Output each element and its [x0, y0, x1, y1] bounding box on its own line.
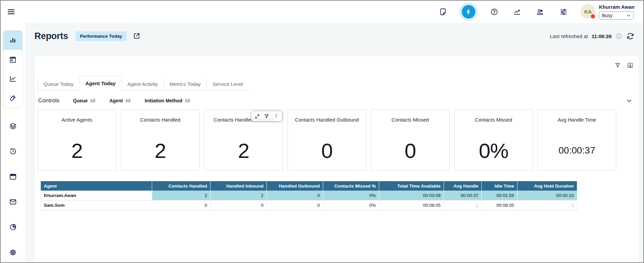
kpi-contacts-missed: Contacts Missed 0	[371, 109, 450, 171]
col-handled-inbound[interactable]: Handled Inbound	[211, 181, 267, 191]
nav-layers-icon[interactable]	[3, 117, 22, 135]
chevron-down-icon	[626, 13, 631, 18]
kpi-title: Contacts Handled Outbound	[288, 117, 366, 123]
nav-line-chart-icon[interactable]	[3, 69, 22, 88]
col-idle-time[interactable]: Idle Time	[482, 181, 517, 191]
info-icon[interactable]	[615, 33, 622, 40]
page-header: Reports Performance Today Last refreshed…	[25, 23, 643, 46]
cell: 00:01:55	[482, 191, 517, 200]
agent-name-cell: Khurram.Awan	[41, 191, 152, 200]
nav-calendar-icon[interactable]	[3, 50, 22, 69]
table-header-row: Agent Contacts Handled Handled Inbound H…	[41, 181, 577, 191]
tab-metrics-today[interactable]: Metrics Today	[164, 78, 206, 91]
status-select[interactable]: Busy	[599, 11, 634, 20]
kpi-contacts-handled-outbound: Contacts Handled Outbound 0	[287, 109, 366, 171]
control-queue-label: Queue	[73, 98, 88, 103]
nav-reports-group	[3, 30, 23, 108]
col-contacts-handled[interactable]: Contacts Handled	[152, 181, 211, 191]
report-badge: Performance Today	[76, 31, 127, 41]
kpi-avg-handle-time: Avg Handle Time 00:00:37	[537, 109, 616, 171]
kpi-contacts-handled: Contacts Handled 2	[121, 109, 200, 171]
avatar[interactable]: KA	[581, 4, 595, 19]
nav-pie-chart-icon[interactable]	[3, 218, 22, 236]
controls-title: Controls	[38, 97, 59, 104]
download-icon[interactable]	[627, 62, 634, 69]
user-name: Khurram Awan	[599, 4, 635, 10]
tab-service-level[interactable]: Service Level	[206, 78, 249, 91]
kpi-title: Contacts Missed	[454, 117, 533, 123]
help-icon[interactable]	[490, 8, 498, 16]
control-agent[interactable]: Agent All	[109, 98, 130, 103]
nav-paintbrush-icon[interactable]	[3, 88, 22, 107]
control-queue[interactable]: Queue All	[73, 98, 95, 103]
topbar: KA Khurram Awan Busy	[1, 1, 643, 23]
table-row: Sam.Som 0 0 0 0% 00:08:05 :: 00:08:05 ::	[41, 200, 577, 210]
agents-icon[interactable]	[536, 8, 544, 16]
cell: 2	[211, 191, 267, 200]
nav-bar-chart-icon[interactable]	[3, 31, 22, 50]
nav-window-icon[interactable]	[3, 167, 22, 186]
tab-agent-activity[interactable]: Agent Activity	[122, 78, 164, 91]
user-meta: Khurram Awan Busy	[599, 4, 635, 20]
notepad-icon[interactable]	[439, 8, 447, 16]
refresh-icon[interactable]	[626, 32, 635, 40]
cell: 00:03:09	[379, 191, 444, 200]
kpi-hover-toolbar	[251, 111, 282, 122]
control-agent-label: Agent	[109, 98, 123, 103]
controls-bar: Controls Queue All Agent All Initiation …	[38, 93, 633, 108]
nav-lower-group	[3, 117, 22, 262]
refresh-area: Last refreshed at 11:06:26	[550, 32, 635, 40]
card-actions	[614, 62, 634, 69]
kebab-menu-icon[interactable]	[273, 113, 279, 120]
filter-icon[interactable]	[614, 62, 621, 69]
kpi-value: 0	[371, 132, 449, 169]
cell: ::	[444, 200, 482, 210]
col-contacts-missed-pct[interactable]: Contacts Missed %	[323, 181, 379, 191]
kpi-contacts-missed-pct: Contacts Missed 0%	[454, 109, 533, 171]
col-total-time-available[interactable]: Total Time Available	[379, 181, 444, 191]
filter-sliders-icon[interactable]	[559, 8, 568, 16]
filter-icon[interactable]	[264, 113, 270, 119]
tab-strip: Queue Today Agent Today Agent Activity M…	[37, 78, 639, 91]
controls-collapse-chevron-icon[interactable]	[625, 97, 633, 104]
metrics-trend-icon[interactable]	[513, 8, 521, 16]
expand-icon[interactable]	[254, 113, 260, 119]
control-agent-value: All	[125, 98, 131, 103]
left-nav-rail	[1, 23, 25, 262]
kpi-title: Contacts Missed	[371, 117, 449, 123]
nav-history-icon[interactable]	[3, 142, 22, 161]
nav-gear-icon[interactable]	[3, 243, 22, 262]
kpi-value: 0	[288, 132, 366, 169]
hamburger-menu-icon[interactable]	[7, 7, 16, 16]
cell: 2	[152, 191, 211, 200]
col-avg-hold-duration[interactable]: Avg Hold Duration	[517, 181, 577, 191]
quick-actions-bolt-icon[interactable]	[462, 5, 475, 19]
cell: 00:00:37	[444, 191, 482, 200]
control-initiation-label: Initiation Method	[145, 98, 183, 103]
col-agent[interactable]: Agent	[41, 181, 152, 191]
last-refreshed-label: Last refreshed at	[550, 33, 588, 39]
col-avg-handle[interactable]: Avg Handle	[444, 181, 482, 191]
cell: 0	[211, 200, 267, 210]
kpi-value: 2	[204, 132, 283, 169]
report-card: Queue Today Agent Today Agent Activity M…	[34, 56, 639, 262]
kpi-title: Avg Handle Time	[538, 117, 616, 123]
control-initiation-method[interactable]: Initiation Method All	[145, 98, 190, 103]
kpi-value: 2	[121, 132, 199, 169]
cell: ::	[517, 200, 577, 210]
cell: 00:08:05	[482, 200, 517, 210]
nav-mail-icon[interactable]	[3, 192, 22, 211]
col-handled-outbound[interactable]: Handled Outbound	[267, 181, 323, 191]
control-queue-value: All	[90, 98, 95, 103]
cell: 0%	[323, 200, 379, 210]
kpi-title: Active Agents	[38, 117, 116, 123]
cell: 0	[267, 191, 323, 200]
tab-queue-today[interactable]: Queue Today	[37, 78, 79, 91]
tab-agent-today[interactable]: Agent Today	[79, 76, 122, 91]
last-refreshed-time: 11:06:26	[592, 33, 612, 39]
cell: 0	[267, 200, 323, 210]
status-value: Busy	[602, 13, 612, 18]
app-window: KA Khurram Awan Busy	[0, 0, 644, 263]
open-in-new-icon[interactable]	[133, 32, 141, 40]
topbar-actions: KA Khurram Awan Busy	[439, 4, 635, 20]
